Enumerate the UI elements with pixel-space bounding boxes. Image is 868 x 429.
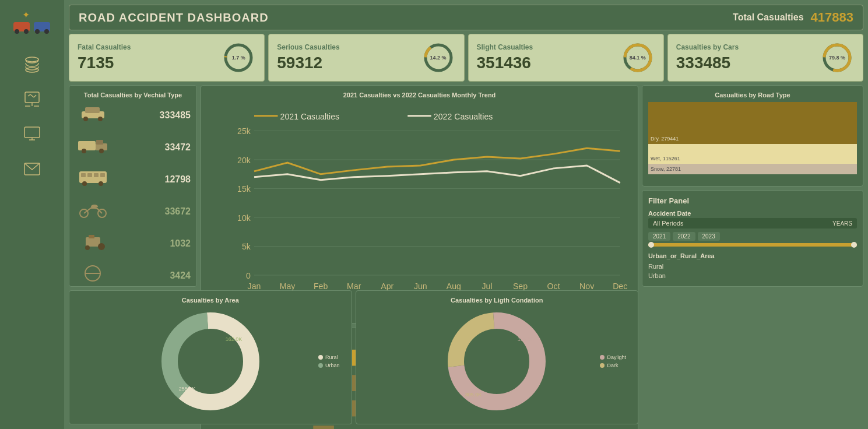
dark-label-donut: 305.0K: [465, 392, 482, 398]
kpi-value-3: 333485: [676, 54, 739, 72]
svg-point-3: [24, 29, 29, 34]
vehicle-item-4: 1032: [75, 233, 191, 254]
logo: ✦: [9, 6, 55, 41]
sidebar-icon-email[interactable]: [17, 157, 47, 181]
vehicle-item-0: 333485: [75, 104, 191, 126]
total-casualties-label: Total Casualties: [733, 12, 804, 23]
kpi-card-0: Fatal Casualties 7135 1.7 %: [69, 34, 265, 82]
kpi-card-3: Casualties by Cars 333485 79.8 %: [667, 34, 863, 82]
sidebar-icon-chart[interactable]: [17, 87, 47, 111]
kpi-donut-0: 1.7 %: [221, 40, 256, 75]
vehicle-type-panel: Total Casualties by Vechial Type 333485 …: [69, 85, 197, 287]
svg-point-46: [91, 205, 98, 208]
svg-text:Nov: Nov: [579, 282, 594, 291]
vehicle-icon-3: [75, 201, 110, 222]
filter-panel-title: Filter Panel: [648, 196, 857, 205]
svg-text:Jan: Jan: [248, 282, 261, 291]
sidebar-icon-monitor[interactable]: [17, 122, 47, 146]
svg-point-49: [98, 243, 105, 250]
vehicle-value-1: 33472: [110, 142, 191, 153]
svg-text:Sep: Sep: [513, 282, 528, 291]
svg-text:0: 0: [246, 271, 251, 280]
kpi-donut-3: 79.8 %: [820, 40, 855, 75]
slider-thumb-left[interactable]: [648, 242, 654, 248]
vehicle-value-5: 3424: [110, 270, 191, 281]
svg-rect-16: [24, 127, 40, 138]
vehicle-icon-2: [75, 168, 110, 190]
filter-year-2022[interactable]: 2022: [673, 232, 695, 241]
right-charts: Casualties by Road Type Dry, 279441 Wet,…: [642, 85, 863, 287]
kpi-value-1: 59312: [277, 54, 339, 72]
svg-point-35: [82, 149, 86, 153]
svg-text:Dec: Dec: [613, 282, 627, 291]
filter-year-2023[interactable]: 2023: [698, 232, 720, 241]
kpi-label-1: Serious Casualties: [277, 43, 339, 51]
rural-legend: Rural: [318, 354, 340, 360]
area-urban[interactable]: Urban: [648, 271, 857, 280]
svg-rect-34: [96, 140, 103, 145]
kpi-card-1: Serious Casualties 59312 14.2 %: [268, 34, 464, 82]
svg-text:20k: 20k: [237, 156, 251, 165]
filter-panel: Filter Panel Accident Date All Periods Y…: [642, 190, 863, 287]
svg-rect-29: [85, 107, 100, 113]
svg-rect-50: [89, 235, 94, 238]
vehicle-item-2: 12798: [75, 168, 191, 190]
accident-date-label: Accident Date: [648, 210, 857, 217]
slider-thumb-right[interactable]: [851, 242, 857, 248]
rural-label-donut: 255.9K: [178, 386, 195, 392]
svg-rect-9: [25, 92, 39, 103]
svg-point-42: [82, 181, 87, 186]
light-chart-title: Casualties by Ligth Condation: [362, 297, 632, 304]
dry-label: Dry, 279441: [651, 136, 679, 142]
svg-text:Apr: Apr: [381, 282, 393, 291]
period-text: All Periods: [653, 220, 684, 227]
date-slider[interactable]: [648, 243, 857, 247]
kpi-label-0: Fatal Casualties: [78, 43, 131, 51]
vehicle-value-4: 1032: [110, 238, 191, 249]
svg-point-5: [35, 29, 40, 34]
kpi-donut-1: 14.2 %: [421, 40, 456, 75]
kpi-text-0: Fatal Casualties 7135: [78, 43, 131, 72]
svg-line-15: [34, 95, 36, 97]
wet-label: Wet, 115261: [651, 156, 680, 161]
svg-rect-40: [94, 173, 99, 177]
area-filter-label: Urban_or_Rural_Area: [648, 252, 857, 259]
kpi-label-3: Casualties by Cars: [676, 43, 739, 51]
svg-text:25k: 25k: [237, 127, 251, 136]
dashboard-title: ROAD ACCIDENT DASHBOARD: [79, 11, 269, 24]
vehicle-icon-0: [75, 104, 110, 126]
sidebar: ✦: [0, 0, 64, 429]
svg-text:✦: ✦: [22, 10, 30, 20]
kpi-card-2: Slight Casualties 351436 84.1 %: [468, 34, 664, 82]
sidebar-icon-database[interactable]: [17, 52, 47, 76]
kpi-value-0: 7135: [78, 54, 131, 72]
svg-line-14: [30, 94, 34, 97]
vehicle-item-3: 33672: [75, 201, 191, 222]
area-donut-svg: 255.9K 162.0K: [158, 309, 263, 414]
header: ROAD ACCIDENT DASHBOARD Total Casualties…: [69, 5, 863, 30]
svg-point-36: [99, 149, 104, 153]
period-arrow: YEARS: [832, 220, 852, 227]
area-rural[interactable]: Rural: [648, 262, 857, 271]
filter-year-2021[interactable]: 2021: [648, 232, 670, 241]
vehicle-icon-5: [75, 265, 110, 286]
area-chart-panel: Casualties by Area 255.9K 162.0K Rural: [69, 290, 352, 424]
vehicle-icon-1: [75, 136, 110, 158]
urban-label-donut: 162.0K: [225, 336, 242, 342]
svg-rect-41: [100, 173, 105, 177]
vehicle-value-3: 33672: [110, 206, 191, 217]
trend-chart-title: 2021 Casualties vs 2022 Casualties Month…: [207, 92, 632, 99]
svg-text:15k: 15k: [237, 185, 251, 194]
kpi-row: Fatal Casualties 7135 1.7 % Serious Casu…: [69, 34, 863, 82]
kpi-text-3: Casualties by Cars 333485: [676, 43, 739, 72]
svg-rect-32: [78, 141, 96, 150]
year-filters: 202120222023: [648, 232, 857, 241]
kpi-text-1: Serious Casualties 59312: [277, 43, 339, 72]
trend-chart-panel: 2021 Casualties vs 2022 Casualties Month…: [201, 85, 638, 323]
road-type-stacked-panel: Casualties by Road Type Dry, 279441 Wet,…: [642, 85, 863, 187]
snow-label: Snow, 22781: [651, 166, 681, 172]
daylight-legend: Daylight: [600, 354, 626, 360]
period-dropdown[interactable]: All Periods YEARS: [648, 218, 857, 228]
vehicle-icon-4: [75, 233, 110, 254]
svg-line-13: [28, 94, 30, 96]
